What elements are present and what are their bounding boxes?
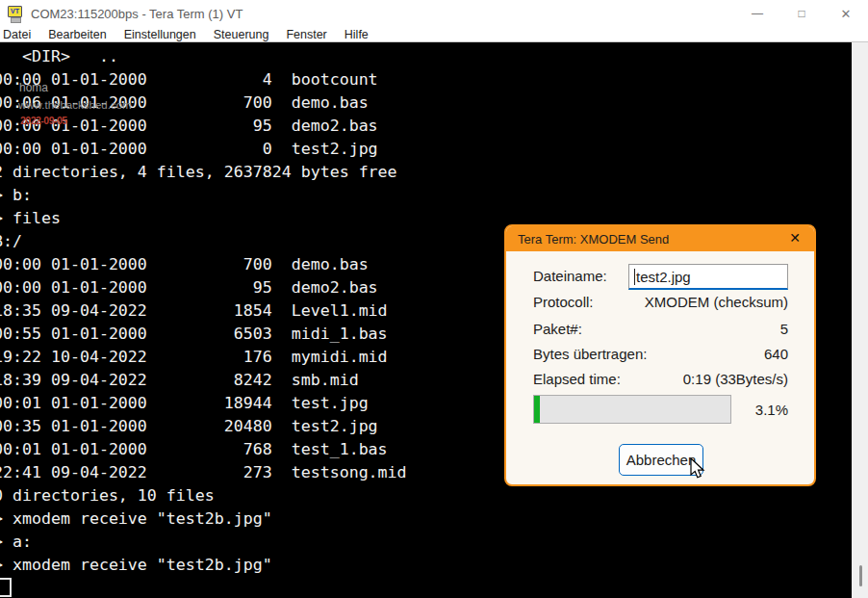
bytes-label: Bytes übertragen: [533,346,647,362]
tera-term-vt-icon: VT [7,6,23,22]
menu-hilfe[interactable]: Hilfe [336,28,377,41]
elapsed-label: Elapsed time: [533,371,621,387]
menu-fenster[interactable]: Fenster [277,28,335,41]
protocol-value: XMODEM (checksum) [645,294,788,310]
close-button[interactable]: ✕ [824,0,868,27]
protocol-label: Protocoll: [533,294,594,310]
dialog-title: Tera Term: XMODEM Send [506,232,669,247]
xmodem-send-dialog: Tera Term: XMODEM Send ✕ Dateiname: test… [504,224,816,486]
filename-input[interactable]: test2.jpg [628,264,788,290]
packet-label: Paket#: [533,321,582,337]
window-titlebar: VT COM23:115200bps - Tera Term (1) VT — … [0,0,868,27]
text-caret [634,269,635,285]
transfer-progressbar [533,395,731,424]
dialog-titlebar[interactable]: Tera Term: XMODEM Send ✕ [506,226,814,251]
vertical-scrollbar[interactable] [852,42,868,598]
menu-einstellungen[interactable]: Einstellungen [115,28,205,41]
progress-fill [534,396,540,423]
window-title: COM23:115200bps - Tera Term (1) VT [31,7,243,21]
scrollbar-thumb[interactable] [859,565,862,586]
dialog-close-icon[interactable]: ✕ [789,230,801,246]
watermark-url: www.thebackshed.com [18,99,132,111]
watermark-text: homa [19,81,48,94]
packet-value: 5 [780,321,788,337]
menu-bearbeiten[interactable]: Bearbeiten [39,28,115,41]
minimize-button[interactable]: — [735,0,779,27]
menu-steuerung[interactable]: Steuerung [205,28,278,41]
terminal-cursor [0,578,12,597]
mouse-cursor-icon [687,457,708,481]
menu-bar: Datei Bearbeiten Einstellungen Steuerung… [0,27,868,42]
watermark-date: 2022-09-05 [20,115,67,126]
progress-percent: 3.1% [755,402,788,418]
maximize-button[interactable]: □ [779,0,824,27]
filename-value: test2.jpg [636,269,691,285]
filename-label: Dateiname: [533,268,607,284]
bytes-value: 640 [764,346,788,362]
elapsed-value: 0:19 (33Bytes/s) [683,371,788,387]
menu-datei[interactable]: Datei [0,28,39,41]
window-controls: — □ ✕ [735,0,868,27]
